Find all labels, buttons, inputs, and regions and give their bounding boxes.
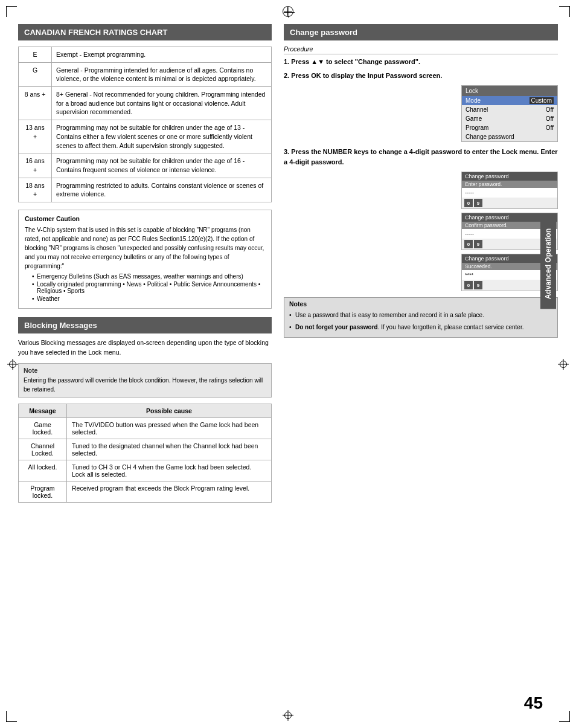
blocking-cause: Tuned to CH 3 or CH 4 when the Game lock… [67, 460, 272, 482]
center-bottom-mark [283, 710, 293, 721]
step-2: 2. Press OK to display the Input Passwor… [284, 71, 558, 81]
step-3: 3. Press the NUMBER keys to change a 4-d… [284, 147, 558, 167]
caution-text: The V-Chip system that is used in this s… [25, 225, 265, 271]
caution-title: Customer Caution [25, 215, 265, 222]
pw-num: 0 [464, 281, 473, 289]
pw-num: 9 [474, 240, 482, 248]
center-right-mark [558, 359, 569, 370]
right-column: Change password Procedure 1. Press ▲▼ to… [284, 24, 558, 503]
corner-mark-tl [6, 6, 17, 17]
table-row: Program locked.Received program that exc… [19, 482, 272, 503]
main-content: CANADIAN FRENCH RATINGS CHART EExempt - … [18, 24, 558, 503]
ratings-table: EExempt - Exempt programming.GGeneral - … [18, 47, 272, 202]
lock-menu-row-label: Change password [466, 134, 514, 140]
table-row: 13 ans +Programming may not be suitable … [19, 120, 272, 153]
left-column: CANADIAN FRENCH RATINGS CHART EExempt - … [18, 24, 272, 503]
note-title: Note [24, 367, 37, 374]
notes-bullet: Use a password that is easy to remember … [289, 311, 552, 320]
page-container: CANADIAN FRENCH RATINGS CHART EExempt - … [0, 0, 576, 728]
rating-code: E [19, 47, 52, 63]
center-top-mark [284, 7, 292, 16]
table-row: 8 ans +8+ General - Not recommended for … [19, 87, 272, 120]
step-1-num: 1. [284, 58, 289, 65]
corner-mark-br [559, 711, 570, 722]
rating-description: General - Programming intended for audie… [52, 62, 272, 86]
step-2-num: 2. [284, 72, 289, 79]
caution-bullet: Weather [32, 295, 265, 302]
rating-code: 8 ans + [19, 87, 52, 120]
blocking-cause: Tuned to the designated channel when the… [67, 439, 272, 460]
blocking-message: All locked. [19, 460, 67, 482]
step-1-text: Press ▲▼ to select "Change password". [291, 58, 420, 65]
step-3-num: 3. [284, 148, 289, 155]
blocking-message: Channel Locked. [19, 439, 67, 460]
lock-menu-row-label: Mode [466, 97, 481, 104]
note-box: Note Entering the password will override… [18, 363, 272, 398]
step-2-text: Press OK to display the Input Password s… [291, 72, 442, 79]
step-3-text: Press the NUMBER keys to change a 4-digi… [284, 148, 558, 166]
page-number: 45 [524, 694, 543, 713]
blocking-header: Blocking Messages [18, 317, 272, 333]
pw-num: 9 [474, 281, 482, 289]
table-row: GGeneral - Programming intended for audi… [19, 62, 272, 86]
lock-menu-row-label: Game [466, 115, 482, 122]
corner-mark-bl [6, 711, 17, 722]
table-row: EExempt - Exempt programming. [19, 47, 272, 63]
rating-description: 8+ General - Not recommended for young c… [52, 87, 272, 120]
blocking-table: Message Possible cause Game locked.The T… [18, 404, 272, 503]
ratings-header: CANADIAN FRENCH RATINGS CHART [18, 24, 272, 40]
step-1: 1. Press ▲▼ to select "Change password". [284, 57, 558, 67]
caution-box: Customer Caution The V-Chip system that … [18, 210, 272, 309]
table-row: All locked.Tuned to CH 3 or CH 4 when th… [19, 460, 272, 482]
notes-title: Notes [289, 300, 552, 308]
note-text: Entering the password will override the … [24, 376, 266, 394]
blocking-col2-header: Possible cause [67, 404, 272, 418]
rating-description: Programming restricted to adults. Contai… [52, 178, 272, 202]
pw-num: 0 [464, 240, 473, 248]
pw-entry-container: Change passwordEnter password.-----09Cha… [284, 172, 558, 291]
notes-list: Use a password that is easy to remember … [289, 311, 552, 332]
steps: 1. Press ▲▼ to select "Change password".… [284, 57, 558, 291]
side-label: Advanced Operation [540, 219, 556, 309]
rating-code: 16 ans + [19, 153, 52, 178]
notes-bullet: Do not forget your password. If you have… [289, 323, 552, 332]
procedure-label: Procedure [284, 45, 558, 54]
rating-description: Exempt - Exempt programming. [52, 47, 272, 63]
blocking-message: Game locked. [19, 418, 67, 439]
notes-box: Notes Use a password that is easy to rem… [284, 297, 558, 338]
blocking-desc: Various Blocking messages are displayed … [18, 338, 272, 358]
caution-list: Emergency Bulletins (Such as EAS message… [32, 273, 265, 302]
caution-bullet: Emergency Bulletins (Such as EAS message… [32, 273, 265, 280]
blocking-cause: Received program that exceeds the Block … [67, 482, 272, 503]
rating-description: Programming may not be suitable for chil… [52, 153, 272, 178]
lock-menu-row-label: Program [466, 124, 488, 131]
caution-bullet: Locally originated programming • News • … [32, 281, 265, 294]
pw-num: 0 [464, 199, 473, 207]
corner-mark-tr [559, 6, 570, 17]
lock-menu-row-label: Channel [466, 106, 488, 113]
table-row: 18 ans +Programming restricted to adults… [19, 178, 272, 202]
change-pw-header: Change password [284, 24, 558, 40]
rating-code: 13 ans + [19, 120, 52, 153]
table-row: Game locked.The TV/VIDEO button was pres… [19, 418, 272, 439]
rating-code: 18 ans + [19, 178, 52, 202]
rating-code: G [19, 62, 52, 86]
blocking-cause: The TV/VIDEO button was pressed when the… [67, 418, 272, 439]
side-label-container: Advanced Operation [539, 24, 558, 503]
table-row: 16 ans +Programming may not be suitable … [19, 153, 272, 178]
center-left-mark [7, 359, 18, 370]
table-row: Channel Locked.Tuned to the designated c… [19, 439, 272, 460]
rating-description: Programming may not be suitable for chil… [52, 120, 272, 153]
blocking-message: Program locked. [19, 482, 67, 503]
blocking-col1-header: Message [19, 404, 67, 418]
pw-num: 9 [474, 199, 482, 207]
